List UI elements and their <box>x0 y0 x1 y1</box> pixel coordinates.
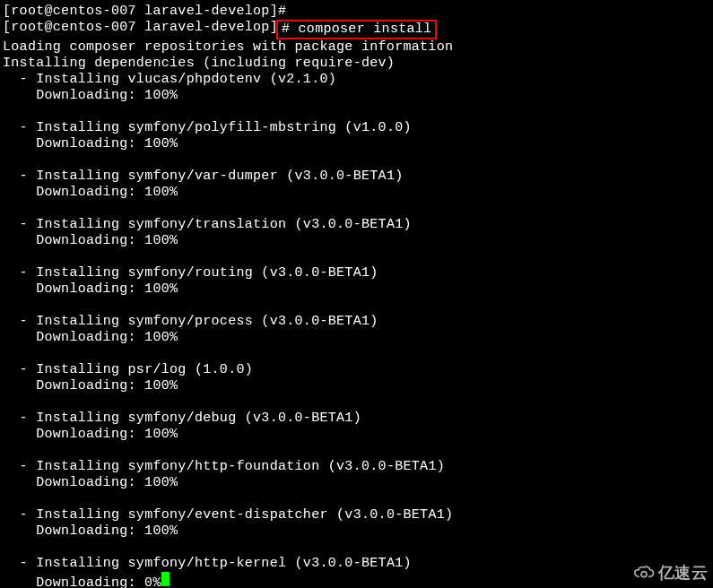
package-7: - Installing symfony/debug (v3.0.0-BETA1… <box>3 411 710 459</box>
package-5: - Installing symfony/process (v3.0.0-BET… <box>3 314 710 362</box>
package-9: - Installing symfony/event-dispatcher (v… <box>3 507 710 556</box>
install-line: - Installing psr/log (1.0.0) <box>3 362 710 378</box>
download-line: Downloading: 100% <box>3 185 710 201</box>
loading-repositories-line: Loading composer repositories with packa… <box>3 39 710 56</box>
install-line: - Installing symfony/process (v3.0.0-BET… <box>3 314 710 330</box>
cloud-icon <box>633 565 655 581</box>
prompt-line-2[interactable]: [root@centos-007 laravel-develop]# compo… <box>3 20 710 39</box>
svg-point-0 <box>641 572 647 577</box>
hash-symbol: # <box>282 22 299 37</box>
download-line: Downloading: 100% <box>3 523 710 540</box>
blank-line <box>3 346 710 362</box>
blank-line <box>3 104 710 120</box>
install-line: - Installing symfony/http-kernel (v3.0.0… <box>3 556 710 572</box>
download-line: Downloading: 100% <box>3 136 710 152</box>
install-line: - Installing symfony/var-dumper (v3.0.0-… <box>3 169 710 185</box>
watermark: 亿速云 <box>633 565 708 581</box>
watermark-text: 亿速云 <box>658 565 708 581</box>
install-line: - Installing vlucas/phpdotenv (v2.1.0) <box>3 72 710 88</box>
package-6: - Installing psr/log (1.0.0) Downloading… <box>3 362 710 411</box>
download-line: Downloading: 0% <box>3 572 710 588</box>
package-2: - Installing symfony/var-dumper (v3.0.0-… <box>3 169 710 217</box>
package-1: - Installing symfony/polyfill-mbstring (… <box>3 120 710 169</box>
installing-dependencies-line: Installing dependencies (including requi… <box>3 56 710 72</box>
package-0: - Installing vlucas/phpdotenv (v2.1.0) D… <box>3 72 710 120</box>
install-line: - Installing symfony/http-foundation (v3… <box>3 459 710 475</box>
blank-line <box>3 201 710 217</box>
download-line: Downloading: 100% <box>3 378 710 394</box>
shell-prompt: [root@centos-007 laravel-develop]# <box>3 4 295 20</box>
package-8: - Installing symfony/http-foundation (v3… <box>3 459 710 507</box>
install-line: - Installing symfony/event-dispatcher (v… <box>3 507 710 523</box>
blank-line <box>3 249 710 265</box>
terminal-cursor <box>161 572 170 586</box>
blank-line <box>3 152 710 169</box>
download-line: Downloading: 100% <box>3 475 710 491</box>
blank-line <box>3 540 710 556</box>
blank-line <box>3 394 710 411</box>
install-line: - Installing symfony/debug (v3.0.0-BETA1… <box>3 411 710 427</box>
shell-prompt: [root@centos-007 laravel-develop] <box>3 20 278 39</box>
package-3: - Installing symfony/translation (v3.0.0… <box>3 217 710 265</box>
install-line: - Installing symfony/routing (v3.0.0-BET… <box>3 265 710 281</box>
package-4: - Installing symfony/routing (v3.0.0-BET… <box>3 265 710 314</box>
prompt-line-1: [root@centos-007 laravel-develop]# <box>3 4 710 20</box>
download-line: Downloading: 100% <box>3 88 710 104</box>
download-line: Downloading: 100% <box>3 233 710 249</box>
blank-line <box>3 491 710 507</box>
composer-command: composer install <box>299 22 432 37</box>
blank-line <box>3 298 710 314</box>
download-line: Downloading: 100% <box>3 427 710 443</box>
download-line: Downloading: 100% <box>3 281 710 298</box>
install-line: - Installing symfony/polyfill-mbstring (… <box>3 120 710 136</box>
package-10: - Installing symfony/http-kernel (v3.0.0… <box>3 556 710 588</box>
blank-line <box>3 443 710 459</box>
command-highlight-box: # composer install <box>276 20 437 39</box>
install-line: - Installing symfony/translation (v3.0.0… <box>3 217 710 233</box>
download-line: Downloading: 100% <box>3 330 710 346</box>
